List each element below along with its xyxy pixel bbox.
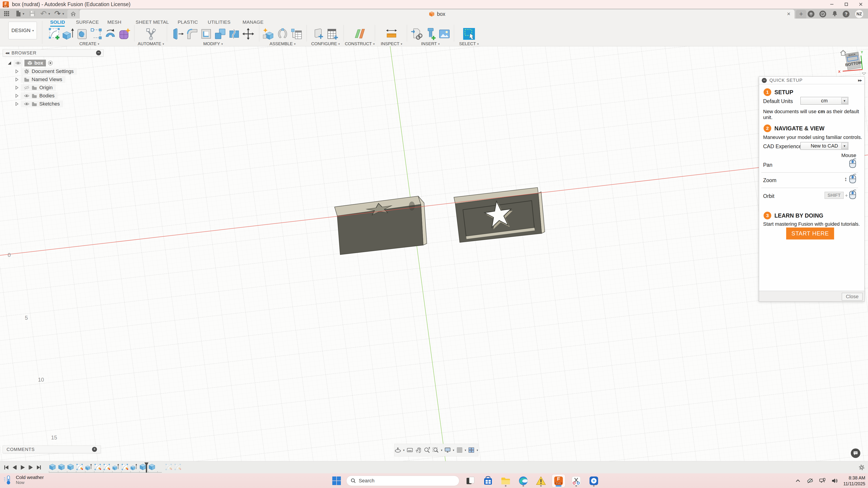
select-caret-icon[interactable]: ▼ [841,143,848,149]
insert-derive-icon[interactable] [410,28,423,40]
dock-panel-icon[interactable]: ▶▶ [858,78,862,82]
volume-icon[interactable] [831,477,838,484]
tree-item-sketches[interactable]: Sketches [14,101,63,107]
comments-bar[interactable]: COMMENTS + [3,446,101,453]
timeline-step-back-button[interactable] [11,464,18,470]
redo-icon[interactable]: ↷ [54,9,61,18]
fillet-icon[interactable] [186,28,198,40]
tray-chevron-up-icon[interactable] [795,477,801,484]
construct-dropdown[interactable]: CONSTRUCT▾ [345,41,375,46]
snipping-tool-button[interactable] [569,475,583,487]
timeline-feature-extrude[interactable] [130,463,137,470]
create-dropdown[interactable]: CREATE▾ [79,41,99,46]
chevron-down-icon[interactable]: ▾ [49,12,50,16]
visibility-eye-icon[interactable] [24,101,29,107]
file-menu-icon[interactable] [15,10,22,17]
close-button[interactable] [854,0,868,8]
new-tab-button[interactable]: + [796,10,806,19]
new-component-icon[interactable] [262,28,275,40]
timeline-feature-box[interactable] [67,463,74,470]
tree-item-origin[interactable]: Origin [14,84,56,91]
job-status-icon[interactable] [819,11,826,18]
chevron-down-icon[interactable]: ▾ [465,449,466,452]
timeline-feature-sketch[interactable] [94,463,101,470]
timeline-feature-sketch[interactable] [76,463,83,470]
shell-icon[interactable] [200,28,213,40]
visibility-eye-icon[interactable] [24,93,29,98]
task-view-button[interactable] [464,475,477,487]
taskbar-weather-widget[interactable]: Cold weather Now [3,475,44,485]
viewports-icon[interactable] [468,446,475,454]
selected-root-row[interactable]: box [24,60,46,66]
tab-mesh[interactable]: MESH [107,20,121,25]
assemble-dropdown[interactable]: ASSEMBLE▾ [270,41,296,46]
visibility-eye-icon[interactable] [16,60,21,66]
look-at-icon[interactable] [406,446,413,454]
press-pull-icon[interactable] [172,28,184,40]
start-here-button[interactable]: START HERE [786,228,834,239]
pattern-icon[interactable] [90,28,103,40]
expander-collapsed-icon[interactable] [14,77,19,82]
tab-surface[interactable]: SURFACE [76,20,99,25]
default-units-select[interactable]: cm ▼ [800,97,848,105]
body-box-right[interactable] [454,188,545,242]
model-bodies[interactable] [316,185,565,275]
pan-hand-icon[interactable] [415,446,422,454]
fusion-taskbar-button[interactable]: F FUS [552,475,565,487]
quick-setup-header[interactable]: − QUICK SETUP ▶▶ [759,76,864,84]
select-icon[interactable] [463,28,475,40]
create-sketch-icon[interactable] [48,28,61,40]
viewcube-body[interactable]: BACK BOTTOM [844,52,863,70]
timeline-go-to-start-button[interactable] [3,464,9,470]
create-form-icon[interactable] [118,28,131,40]
taskbar-clock[interactable]: 8:38 AM 11/11/2025 [843,475,865,487]
timeline-settings-gear-icon[interactable] [859,464,865,470]
maximize-button[interactable] [839,0,854,8]
visibility-off-eye-icon[interactable] [24,85,29,90]
move-copy-icon[interactable] [242,28,254,40]
tree-item-named-views[interactable]: Named Views [14,76,65,83]
chevron-down-icon[interactable]: ▾ [441,449,442,452]
expander-collapsed-icon[interactable] [14,102,19,106]
zoom-icon[interactable] [424,446,430,454]
extensions-icon[interactable] [808,11,814,18]
split-body-icon[interactable] [228,28,241,40]
collapse-panel-icon[interactable]: ◀◀ [5,51,9,55]
grid-settings-icon[interactable] [456,446,463,454]
chevron-down-icon[interactable]: ▾ [62,12,64,16]
document-tab[interactable]: box × [80,9,795,19]
panel-minimize-icon[interactable]: − [762,78,767,83]
file-explorer-button[interactable] [499,475,512,487]
tree-item-root[interactable]: box [7,60,53,66]
automate-icon[interactable] [145,28,157,40]
timeline-feature-box[interactable] [148,463,156,470]
view-cube[interactable]: BACK BOTTOM Y X [835,47,868,77]
timeline-feature-sketch[interactable] [121,463,128,470]
viewcube-home-icon[interactable] [840,51,846,55]
cad-experience-select[interactable]: New to CAD ▼ [800,142,848,150]
modify-dropdown[interactable]: MODIFY▾ [203,41,223,46]
select-caret-icon[interactable]: ▼ [841,98,848,104]
inspect-dropdown[interactable]: INSPECT▾ [381,41,402,46]
timeline-feature-box[interactable] [49,463,56,470]
insert-fastener-icon[interactable] [424,28,437,40]
assistant-chat-icon[interactable] [851,449,860,458]
warning-app-button[interactable] [534,475,548,487]
select-dropdown[interactable]: SELECT▾ [459,41,478,46]
timeline-feature-box[interactable] [58,463,65,470]
save-icon[interactable] [29,10,36,17]
hole-icon[interactable] [76,28,89,40]
viewport-canvas[interactable]: 0 5 10 15 BACK BOTTOM Y X ◀◀ BROWSER − [0,46,868,473]
insert-dropdown[interactable]: INSERT▾ [421,41,440,46]
expander-collapsed-icon[interactable] [14,94,19,98]
tab-utilities[interactable]: UTILITIES [208,20,230,25]
tab-manage[interactable]: MANAGE [243,20,264,25]
timeline-feature-sketch[interactable] [103,463,110,470]
timeline-feature-extrude[interactable] [85,463,92,470]
microsoft-store-button[interactable] [482,475,495,487]
tree-item-bodies[interactable]: Bodies [14,92,58,99]
taskbar-search[interactable] [346,476,459,486]
timeline-step-forward-button[interactable] [28,464,34,470]
timeline-go-to-end-button[interactable] [36,464,42,470]
extrude-icon[interactable] [62,28,74,40]
